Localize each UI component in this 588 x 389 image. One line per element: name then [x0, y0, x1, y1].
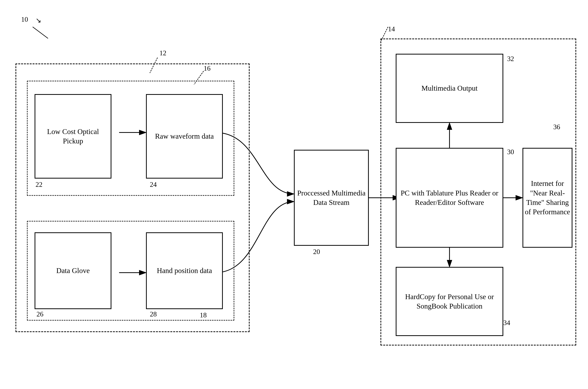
ref-26: 26	[36, 310, 43, 318]
box-raw-waveform: Raw waveform data	[146, 94, 223, 179]
ref-32: 32	[507, 55, 514, 63]
ref-28: 28	[150, 310, 157, 318]
ref-24: 24	[150, 181, 157, 189]
ref-36: 36	[553, 123, 560, 131]
diagram: 10 ↘ 12 16 Low Cost Optical Pickup 22 Ra…	[0, 0, 588, 389]
box-processed-multimedia: Proccessed Multimedia Data Stream	[294, 150, 369, 246]
ref-12: 12	[159, 49, 166, 57]
box-multimedia-output: Multimedia Output	[396, 54, 503, 123]
ref-30: 30	[507, 148, 514, 156]
ref-34: 34	[503, 319, 510, 327]
box-low-cost-optical: Low Cost Optical Pickup	[35, 94, 111, 179]
ref-20: 20	[313, 248, 320, 256]
ref-16: 16	[204, 64, 210, 72]
svg-line-8	[33, 27, 48, 38]
arrow-10-indicator: ↘	[35, 16, 41, 24]
box-data-glove: Data Glove	[35, 232, 111, 309]
ref-22: 22	[35, 181, 42, 189]
ref-14: 14	[388, 25, 395, 33]
box-hand-position: Hand position data	[146, 232, 223, 309]
ref-10: 10	[21, 15, 28, 23]
box-hardcopy: HardCopy for Personal Use or SongBook Pu…	[396, 267, 503, 336]
ref-18: 18	[200, 311, 207, 319]
box-pc-tablature: PC with Tablature Plus Reader or Reader/…	[396, 148, 503, 248]
box-internet: Internet for "Near Real-Time" Sharing of…	[522, 148, 572, 248]
